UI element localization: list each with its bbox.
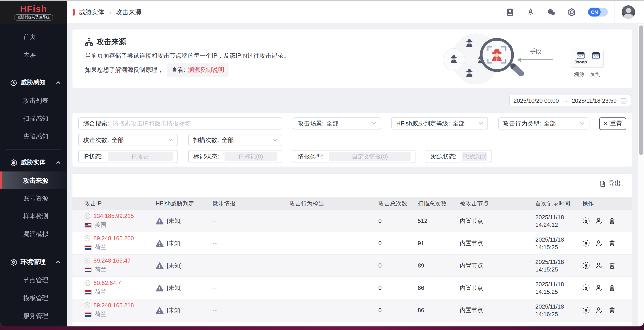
sidebar-item-node-manage[interactable]: 节点管理 xyxy=(0,271,67,289)
sidebar-group-env-manage[interactable]: 环境管理 xyxy=(0,253,67,271)
hint-chip: 查看: 溯源反制说明 xyxy=(167,63,229,77)
col-header: HFish威胁判定 xyxy=(156,200,212,208)
rocket-icon[interactable] xyxy=(526,8,535,16)
warning-triangle-icon xyxy=(156,240,164,247)
close-icon: ✕ xyxy=(603,121,608,127)
scan-count: 86 xyxy=(418,307,460,314)
user-avatar[interactable] xyxy=(622,5,635,19)
sidebar-item-attack-source[interactable]: 攻击来源 xyxy=(0,171,67,189)
language-toggle[interactable]: CN xyxy=(588,7,608,16)
table-row[interactable]: 134.185.99.215 美国 [未知] -- 0 512 内置节点 202… xyxy=(72,210,632,232)
mark-user-button[interactable] xyxy=(595,262,603,269)
trace-counter-doc-link[interactable]: 溯源反制说明 xyxy=(188,66,224,74)
table-row[interactable]: 89.248.165.47 荷兰 [未知] -- 0 89 内置节点 2025/… xyxy=(72,255,632,277)
warning-triangle-icon xyxy=(156,307,164,314)
sidebar-item-scan-sense[interactable]: 扫描感知 xyxy=(0,109,67,127)
sidebar-item-sample-detect[interactable]: 样本检测 xyxy=(0,207,67,225)
attack-ip-link[interactable]: 134.185.99.215 xyxy=(94,213,134,219)
delete-button[interactable] xyxy=(608,239,616,247)
sidebar-item-account-resource[interactable]: 账号资源 xyxy=(0,189,67,207)
first-seen-time: 14:15:25 xyxy=(535,266,582,273)
browser-window: HFish 威胁捕捉与诱骗系统 首页 大屏 威胁感知 攻击列表 扫描感知 xyxy=(0,0,644,327)
delete-button[interactable] xyxy=(608,217,616,225)
mark-status-chip[interactable]: 已标记(0) xyxy=(224,152,277,161)
breadcrumb-section[interactable]: 威胁实体 xyxy=(78,8,104,16)
col-header: 操作 xyxy=(582,200,625,208)
sidebar-item-home[interactable]: 首页 xyxy=(0,28,67,45)
breadcrumb-separator-icon: › xyxy=(108,8,112,16)
mark-user-button[interactable] xyxy=(595,306,603,314)
first-seen-date: 2025/11/18 xyxy=(535,280,582,288)
country-flag-icon xyxy=(84,223,92,227)
app-logo[interactable]: HFish 威胁捕捉与诱骗系统 xyxy=(0,1,67,24)
logo-subtitle: 威胁捕捉与诱骗系统 xyxy=(14,14,53,20)
attack-ip-link[interactable]: 89.248.163.41 xyxy=(94,326,130,327)
select-scan-count[interactable]: 扫描次数: 全部 xyxy=(188,134,282,146)
trace-status-chip[interactable]: 已溯源(0) xyxy=(462,152,487,161)
col-header: 攻击总次数 xyxy=(378,200,418,208)
warning-triangle-icon xyxy=(156,284,164,291)
sidebar-nav: 首页 大屏 威胁感知 攻击列表 扫描感知 失陷感知 xyxy=(0,24,67,325)
mark-user-button[interactable] xyxy=(595,284,603,292)
magnifier-icon xyxy=(480,38,514,72)
trace-source-button[interactable] xyxy=(582,262,590,269)
col-header: 攻击IP xyxy=(84,200,156,208)
sidebar-item-vuln-simulate[interactable]: 漏洞模拟 xyxy=(0,225,67,243)
ip-status-chip[interactable]: 已攻击 xyxy=(108,152,173,161)
divider xyxy=(6,70,61,70)
select-behavior-type[interactable]: 攻击行为类型: 全部 xyxy=(498,117,590,130)
target-icon xyxy=(84,213,90,219)
attack-ip-link[interactable]: 89.248.165.218 xyxy=(94,302,134,309)
intro-card: 攻击来源 当前页面存储了尝试连接和攻击节点端的每一个IP，及该IP的过往攻击记录… xyxy=(72,29,632,88)
attack-ip-link[interactable]: 80.82.64.7 xyxy=(94,280,121,286)
delete-button[interactable] xyxy=(608,284,616,292)
table-body: 134.185.99.215 美国 [未知] -- 0 512 内置节点 202… xyxy=(72,210,632,327)
wechat-icon[interactable] xyxy=(547,8,556,16)
col-header: 首次记录时间 xyxy=(535,200,582,208)
trace-source-button[interactable] xyxy=(582,306,590,314)
verdict-label: [未知] xyxy=(167,306,182,314)
target-icon xyxy=(84,326,90,327)
delete-button[interactable] xyxy=(608,262,616,269)
first-seen-date: 2025/11/18 xyxy=(535,236,582,243)
docs-icon[interactable] xyxy=(506,8,514,16)
table-row[interactable]: 80.82.64.7 荷兰 [未知] -- 0 86 内置节点 2025/11/… xyxy=(72,277,632,299)
select-attack-count[interactable]: 攻击次数: 全部 xyxy=(78,134,178,146)
illustration-circle xyxy=(443,48,465,71)
reset-button[interactable]: ✕ 重置 xyxy=(599,117,626,130)
sidebar-group-threat-sense[interactable]: 威胁感知 xyxy=(0,74,67,92)
warning-triangle-icon xyxy=(156,217,164,224)
trace-source-button[interactable] xyxy=(582,239,590,247)
delete-button[interactable] xyxy=(608,306,616,314)
trace-source-button[interactable] xyxy=(582,217,590,225)
attacked-node: 内置节点 xyxy=(460,239,535,247)
attack-ip-link[interactable]: 89.248.165.47 xyxy=(94,257,130,264)
export-button[interactable]: 导出 xyxy=(599,179,621,187)
focus-brackets-icon xyxy=(486,45,507,64)
shield-badge-icon[interactable] xyxy=(568,8,576,16)
select-threat-level[interactable]: HFish威胁判定等级: 全部 xyxy=(391,117,488,130)
search-input[interactable] xyxy=(112,120,277,127)
mark-user-button[interactable] xyxy=(595,217,603,225)
select-attack-scene[interactable]: 攻击场景: 全部 xyxy=(293,117,381,130)
scrollbar-track[interactable] xyxy=(638,24,644,327)
table-row[interactable]: 89.248.165.200 荷兰 [未知] -- 0 91 内置节点 2025… xyxy=(72,232,632,255)
topbar: 威胁实体 › 攻击来源 xyxy=(67,1,644,24)
table-row[interactable]: 89.248.163.41 [未知] -- 0 86 内置节点 2025/11/… xyxy=(72,322,632,327)
method-caption: 溯源、反制 xyxy=(571,71,604,78)
sidebar-item-attack-list[interactable]: 攻击列表 xyxy=(0,92,67,109)
table-row[interactable]: 89.248.165.218 荷兰 [未知] -- 0 86 内置节点 2025… xyxy=(72,299,632,322)
sidebar-item-template-manage[interactable]: 模板管理 xyxy=(0,289,67,307)
sidebar-item-bigscreen[interactable]: 大屏 xyxy=(0,45,67,63)
sidebar-item-service-manage[interactable]: 服务管理 xyxy=(0,307,67,325)
sidebar-group-threat-entity[interactable]: 威胁实体 xyxy=(0,154,67,171)
date-range-picker[interactable]: 2025/10/20 00:00 → 2025/11/18 23:59 xyxy=(510,95,631,106)
attack-ip-link[interactable]: 89.248.165.200 xyxy=(94,235,134,242)
intel-type-chip[interactable]: 自定义情报(0) xyxy=(329,152,410,161)
sidebar-item-compromise-sense[interactable]: 失陷感知 xyxy=(0,127,67,145)
mark-user-button[interactable] xyxy=(595,239,603,247)
verdict-label: [未知] xyxy=(167,239,182,247)
scrollbar-thumb[interactable] xyxy=(639,25,643,155)
search-box[interactable]: 综合搜索: xyxy=(78,117,282,130)
trace-source-button[interactable] xyxy=(582,284,590,292)
